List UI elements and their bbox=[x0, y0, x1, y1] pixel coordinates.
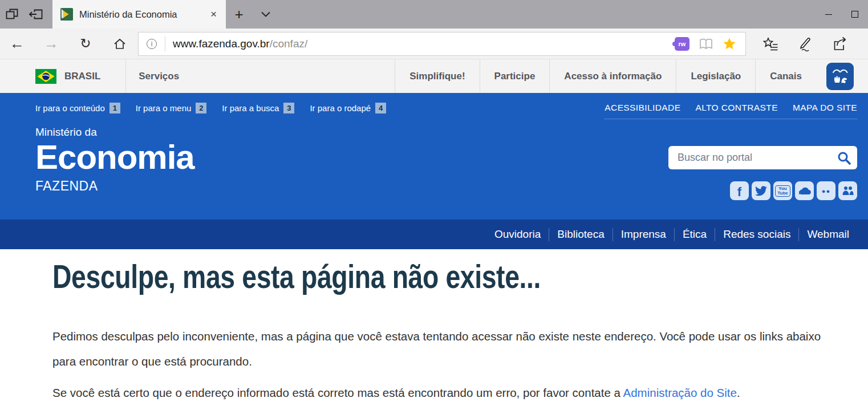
favorite-star-button[interactable] bbox=[723, 37, 736, 51]
gov-link-canais[interactable]: Canais bbox=[756, 59, 816, 93]
facebook-button[interactable]: f bbox=[730, 181, 749, 200]
forward-button[interactable]: → bbox=[34, 35, 68, 52]
logo-top-text: Ministério da bbox=[35, 126, 194, 139]
url-path: /confaz/ bbox=[270, 38, 308, 50]
page-content: Desculpe, mas esta página não existe... … bbox=[0, 249, 868, 400]
back-button[interactable]: ← bbox=[0, 35, 34, 52]
maximize-icon bbox=[851, 11, 858, 18]
address-divider bbox=[165, 36, 165, 51]
favorites-hub-button[interactable] bbox=[763, 37, 778, 51]
browser-titlebar: Ministério da Economia × + bbox=[0, 0, 868, 29]
tab-list-chevron-button[interactable] bbox=[252, 0, 279, 29]
link-mapa-do-site[interactable]: MAPA DO SITE bbox=[793, 103, 857, 113]
logo-main-text: Economia bbox=[35, 140, 194, 174]
vlibras-tile bbox=[826, 63, 854, 90]
site-info-button[interactable]: i bbox=[139, 39, 165, 49]
tab-preview-button[interactable] bbox=[0, 0, 24, 29]
home-button[interactable] bbox=[103, 37, 137, 51]
gov-link-legislacao[interactable]: Legislação bbox=[676, 59, 755, 93]
gov-link-participe[interactable]: Participe bbox=[480, 59, 550, 93]
refresh-button[interactable]: ↻ bbox=[68, 36, 103, 51]
community-button[interactable] bbox=[838, 181, 857, 200]
ministry-logo[interactable]: Ministério da Economia FAZENDA bbox=[35, 126, 194, 194]
nav-link-biblioteca[interactable]: Biblioteca bbox=[549, 228, 612, 241]
share-icon bbox=[832, 36, 847, 51]
soundcloud-button[interactable] bbox=[795, 181, 814, 200]
home-icon bbox=[113, 37, 127, 51]
error-paragraph: Pedimos desculpas pelo inconveniente, ma… bbox=[52, 324, 868, 374]
web-note-button[interactable] bbox=[798, 36, 813, 51]
twitter-icon bbox=[755, 186, 767, 196]
government-bar: BRASIL Serviços Simplifique! Participe A… bbox=[0, 59, 868, 93]
minimize-button[interactable] bbox=[816, 0, 842, 29]
skip-key-3: 3 bbox=[283, 103, 294, 113]
skip-key-4: 4 bbox=[375, 103, 386, 113]
info-icon: i bbox=[147, 39, 157, 49]
nav-link-redes-sociais[interactable]: Redes sociais bbox=[715, 228, 798, 241]
skip-link-busca[interactable]: Ir para a busca 3 bbox=[222, 103, 294, 113]
brazil-flag-icon bbox=[35, 69, 56, 84]
flickr-icon: ●● bbox=[822, 188, 830, 194]
page-title: Desculpe, mas esta página não existe... bbox=[52, 257, 705, 295]
people-community-icon bbox=[842, 186, 854, 196]
vlibras-button[interactable] bbox=[816, 59, 868, 93]
secondary-nav: Ouvidoria Biblioteca Imprensa Ética Rede… bbox=[0, 220, 868, 249]
skip-link-menu[interactable]: Ir para o menu 2 bbox=[136, 103, 207, 113]
skip-key-1: 1 bbox=[109, 103, 120, 113]
pen-icon bbox=[798, 36, 813, 51]
tab-close-icon[interactable]: × bbox=[208, 8, 219, 21]
portal-search-box bbox=[668, 146, 857, 169]
gov-right-links: Simplifique! Participe Acesso à informaç… bbox=[395, 59, 868, 93]
gov-link-acesso-informacao[interactable]: Acesso à informação bbox=[550, 59, 676, 93]
twitter-button[interactable] bbox=[752, 181, 770, 200]
logo-sub-text: FAZENDA bbox=[35, 178, 194, 194]
reading-view-button[interactable] bbox=[699, 37, 713, 51]
nav-link-ouvidoria[interactable]: Ouvidoria bbox=[486, 228, 549, 241]
url-text: www.fazenda.gov.br/confaz/ bbox=[173, 38, 307, 50]
link-alto-contraste[interactable]: ALTO CONTRASTE bbox=[695, 103, 778, 113]
gov-link-servicos[interactable]: Serviços bbox=[126, 59, 192, 93]
nav-link-etica[interactable]: Ética bbox=[675, 228, 715, 241]
share-button[interactable] bbox=[832, 36, 847, 51]
accessibility-links: ACESSIBILIDADE ALTO CONTRASTE MAPA DO SI… bbox=[605, 103, 857, 119]
search-icon bbox=[837, 151, 851, 165]
book-icon bbox=[699, 37, 713, 51]
contact-paragraph: Se você está certo que o endereço inform… bbox=[52, 386, 868, 400]
url-host: www.fazenda.gov.br bbox=[173, 38, 270, 50]
skip-links: Ir para o conteúdo 1 Ir para o menu 2 Ir… bbox=[35, 103, 386, 113]
favorites-hub-icon bbox=[763, 37, 778, 51]
browser-tab[interactable]: Ministério da Economia × bbox=[52, 0, 226, 29]
skip-link-conteudo[interactable]: Ir para o conteúdo 1 bbox=[35, 103, 120, 113]
youtube-icon: You Tube bbox=[775, 185, 790, 197]
nav-link-webmail[interactable]: Webmail bbox=[799, 228, 857, 241]
youtube-button[interactable]: You Tube bbox=[773, 181, 792, 200]
site-header: Ir para o conteúdo 1 Ir para o menu 2 Ir… bbox=[0, 93, 868, 220]
brasil-label: BRASIL bbox=[64, 71, 100, 82]
read-write-extension-button[interactable]: rw bbox=[675, 37, 689, 51]
tab-preview-icon bbox=[5, 7, 19, 22]
tab-title: Ministério da Economia bbox=[79, 9, 202, 20]
facebook-icon: f bbox=[737, 182, 741, 200]
link-acessibilidade[interactable]: ACESSIBILIDADE bbox=[605, 103, 680, 113]
skip-link-rodape[interactable]: Ir para o rodapé 4 bbox=[310, 103, 386, 113]
navbar-right-buttons bbox=[763, 36, 847, 51]
favorite-star-icon bbox=[723, 37, 736, 51]
nav-link-imprensa[interactable]: Imprensa bbox=[613, 228, 674, 241]
new-tab-button[interactable]: + bbox=[226, 0, 252, 29]
flickr-button[interactable]: ●● bbox=[817, 181, 835, 200]
address-bar[interactable]: i www.fazenda.gov.br/confaz/ rw bbox=[138, 32, 746, 56]
sign-language-hands-icon bbox=[830, 66, 850, 87]
social-links: f You Tube ●● bbox=[730, 181, 857, 200]
minimize-icon bbox=[825, 14, 832, 15]
set-tabs-aside-button[interactable] bbox=[24, 0, 48, 29]
search-button[interactable] bbox=[837, 151, 851, 165]
skip-key-2: 2 bbox=[196, 103, 206, 113]
chevron-down-icon bbox=[261, 11, 271, 18]
maximize-button[interactable] bbox=[842, 0, 868, 29]
browser-navbar: ← → ↻ i www.fazenda.gov.br/confaz/ rw bbox=[0, 29, 868, 59]
site-administration-link[interactable]: Administração do Site bbox=[623, 386, 737, 399]
search-input[interactable] bbox=[676, 151, 837, 164]
brasil-brand-link[interactable]: BRASIL bbox=[35, 59, 125, 93]
titlebar-spacer bbox=[279, 0, 816, 29]
gov-link-simplifique[interactable]: Simplifique! bbox=[395, 59, 479, 93]
